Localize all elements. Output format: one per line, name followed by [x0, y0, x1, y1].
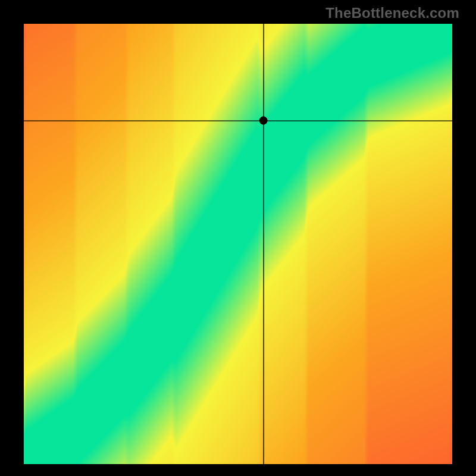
bottleneck-heatmap: [24, 24, 452, 464]
heatmap-container: [24, 24, 452, 464]
chart-frame: TheBottleneck.com: [0, 0, 476, 476]
attribution-text: TheBottleneck.com: [325, 5, 459, 21]
